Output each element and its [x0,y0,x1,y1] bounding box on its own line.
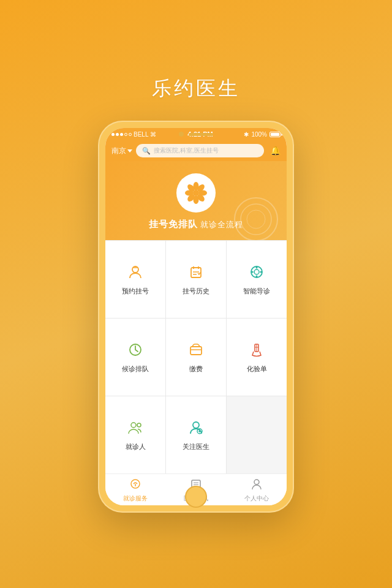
queue-label: 候诊排队 [122,364,149,374]
wifi-icon: ⌘ [150,131,156,138]
city-name: 南京 [111,146,126,156]
hero-main-text: 挂号免排队 [149,219,198,229]
signal-dot-3 [120,133,123,136]
grid-item-doctor[interactable]: 关注医生 [166,396,226,473]
guide-icon [248,263,265,283]
history-label: 挂号历史 [183,287,209,296]
status-right: ✱ 100% [244,131,281,138]
service-tab-icon [129,478,141,493]
signal-dot-1 [111,133,115,136]
lab-label: 化验单 [247,364,267,374]
lab-icon [248,341,265,361]
appointment-label: 预约挂号 [122,287,149,296]
svg-point-20 [254,270,259,274]
patient-label: 就诊人 [126,442,146,451]
hero-deco-circles [219,195,281,240]
chevron-down-icon [127,149,132,153]
phone-screen: BELL ⌘ 4:21 PM ✱ 100% 南京 🔍 搜索医院,科室,医生挂号 [105,128,287,505]
payment-icon [187,341,205,361]
doctor-icon [187,419,205,439]
payment-label: 缴费 [189,364,203,374]
patient-icon [127,419,144,439]
bell-icon[interactable]: 🔔 [270,146,281,156]
phone-camera [179,132,184,137]
phone-top-decor [179,132,213,137]
grid-item-appointment[interactable]: 预约挂号 [105,241,165,318]
history-icon [187,263,205,283]
phone-home-button[interactable] [185,486,207,508]
profile-tab-icon [251,478,263,493]
signal-dot-2 [116,133,119,136]
guide-label: 智能导诊 [243,287,270,296]
svg-point-22 [256,275,258,277]
hero-tagline: 挂号免排队 就诊全流程 [149,219,244,230]
bluetooth-icon: ✱ [244,131,249,138]
grid-item-payment[interactable]: 缴费 [166,318,226,396]
grid-item-patient[interactable]: 就诊人 [105,396,165,473]
carrier-name: BELL [134,131,148,138]
signal-dot-5 [129,133,132,136]
hero-sub-text: 就诊全流程 [200,220,243,229]
flower-logo [176,173,216,213]
signal-dots [111,133,132,136]
svg-point-33 [193,422,199,428]
search-bar: 南京 🔍 搜索医院,科室,医生挂号 🔔 [105,140,287,161]
grid-menu: 预约挂号 挂号历史 智能导诊 候诊排队 [105,240,287,473]
appointment-icon [127,263,144,283]
hero-banner: 挂号免排队 就诊全流程 [105,161,287,240]
service-tab-label: 就诊服务 [123,494,148,503]
grid-item-history[interactable]: 挂号历史 [166,241,226,318]
battery-percent: 100% [251,131,267,138]
grid-item-guide[interactable]: 智能导诊 [227,241,287,318]
app-title: 乐约医生 [152,75,240,102]
phone-frame: BELL ⌘ 4:21 PM ✱ 100% 南京 🔍 搜索医院,科室,医生挂号 [98,121,294,513]
profile-tab-label: 个人中心 [244,494,269,503]
grid-item-lab[interactable]: 化验单 [227,318,287,396]
svg-point-23 [252,271,254,273]
doctor-label: 关注医生 [183,442,209,451]
status-left: BELL ⌘ [111,131,156,138]
svg-point-43 [254,480,259,484]
city-selector[interactable]: 南京 [111,146,132,156]
battery-fill [271,133,279,136]
battery-icon [270,132,281,137]
svg-rect-26 [190,347,202,355]
svg-point-32 [137,423,141,427]
search-placeholder: 搜索医院,科室,医生挂号 [154,146,219,155]
svg-rect-14 [191,268,201,277]
svg-point-31 [131,423,136,428]
grid-item-queue[interactable]: 候诊排队 [105,318,165,396]
tab-profile[interactable]: 个人中心 [226,478,287,503]
search-input-box[interactable]: 🔍 搜索医院,科室,医生挂号 [136,144,264,157]
search-icon: 🔍 [142,147,151,155]
svg-point-24 [260,271,262,273]
queue-icon [127,341,144,361]
phone-speaker [189,133,213,136]
svg-point-2 [247,210,265,228]
svg-point-1 [241,204,271,235]
grid-item-empty [227,396,287,473]
signal-dot-4 [124,133,127,136]
tab-service[interactable]: 就诊服务 [105,478,166,503]
svg-point-21 [256,266,258,268]
